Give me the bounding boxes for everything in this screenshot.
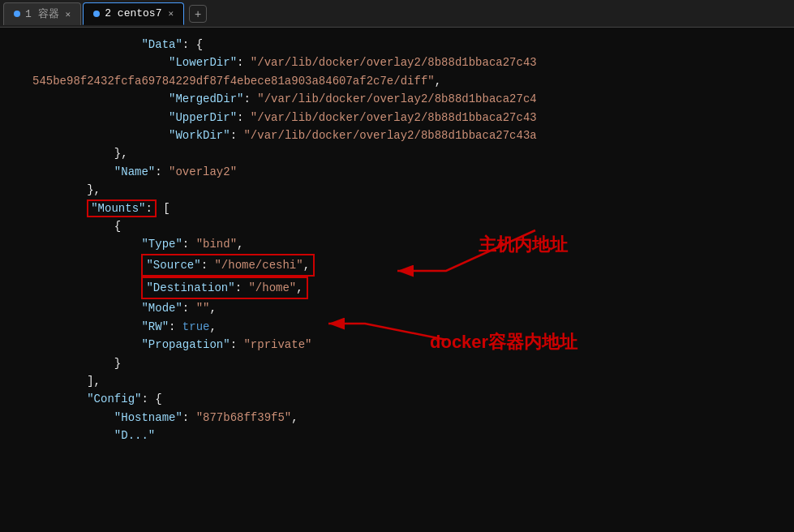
code-line: "Config": { <box>32 390 794 408</box>
code-line: { <box>32 217 794 235</box>
tab-dot-icon <box>14 11 20 17</box>
code-line: } <box>32 354 794 372</box>
tab-close-icon[interactable]: ✕ <box>66 9 71 19</box>
code-line: "Propagation": "rprivate" <box>32 336 794 354</box>
code-content: "Data": { "LowerDir": "/var/lib/docker/o… <box>0 28 794 532</box>
tab-bar: 1 容器 ✕ 2 centos7 ✕ + <box>0 0 794 28</box>
tab-label: 1 容器 <box>25 6 59 21</box>
tab-2-centos7[interactable]: 2 centos7 ✕ <box>83 2 184 25</box>
code-line: "Name": "overlay2" <box>32 163 794 181</box>
tab-close-icon[interactable]: ✕ <box>168 8 174 19</box>
mounts-line: "Mounts": [ <box>32 200 794 217</box>
code-line: "RW": true, <box>32 318 794 336</box>
code-line: ], <box>32 372 794 390</box>
code-line: "Data": { <box>32 36 794 54</box>
tab-label: 2 centos7 <box>105 7 161 19</box>
code-line: "Mode": "", <box>32 299 794 317</box>
source-line: "Source": "/home/ceshi", <box>32 254 794 277</box>
code-line: 545be98f2432fcfa69784229df87f4ebece81a90… <box>32 72 794 90</box>
tab-add-button[interactable]: + <box>189 5 207 23</box>
code-line: "WorkDir": "/var/lib/docker/overlay2/8b8… <box>32 127 794 144</box>
code-line: }, <box>32 144 794 162</box>
code-line: "D..." <box>32 427 794 444</box>
code-line: "Hostname": "877b68ff39f5", <box>32 409 794 427</box>
destination-line: "Destination": "/home", <box>32 277 794 299</box>
code-line: "Type": "bind", <box>32 235 794 253</box>
tab-dot-icon <box>93 11 100 17</box>
code-line: "UpperDir": "/var/lib/docker/overlay2/8b… <box>32 109 794 127</box>
code-line: }, <box>32 181 794 199</box>
code-line: "LowerDir": "/var/lib/docker/overlay2/8b… <box>32 54 794 71</box>
code-line: "MergedDir": "/var/lib/docker/overlay2/8… <box>32 90 794 108</box>
tab-1-容器[interactable]: 1 容器 ✕ <box>3 2 81 25</box>
